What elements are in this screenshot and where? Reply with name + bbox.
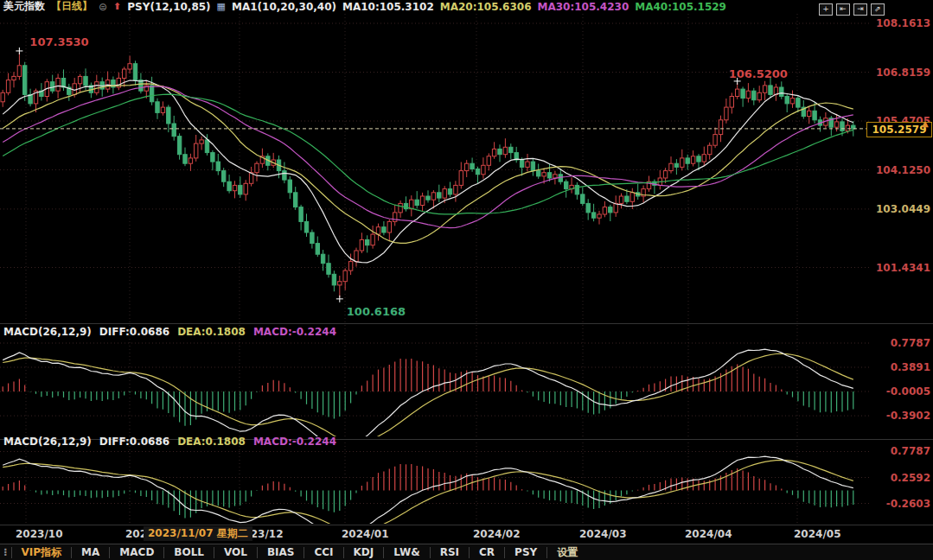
shrink-right-icon[interactable]: ⇥ (853, 3, 867, 16)
menu-circle-icon[interactable]: ⊜ (99, 1, 107, 13)
macd-axis-label: -0.3902 (886, 410, 930, 422)
toolbar-item-lw[interactable]: LW& (384, 547, 430, 558)
macd1-bar-value: MACD:-0.2244 (253, 326, 336, 338)
panel-separator (0, 525, 933, 525)
toolbar-item-kdj[interactable]: KDJ (344, 547, 385, 558)
toolbar-item-bias[interactable]: BIAS (258, 547, 305, 558)
period-low-label: 100.6168 (347, 305, 406, 318)
macd-axis-label: 0.7787 (891, 445, 930, 457)
toolbar-item-cr[interactable]: CR (470, 547, 505, 558)
period-label[interactable]: 【日线】 (51, 0, 93, 14)
x-axis-month-label: 2024/02 (473, 528, 520, 540)
toolbar-item-macd[interactable]: MACD (110, 547, 164, 558)
macd-axis-label: 0.2592 (891, 472, 930, 484)
psy-params-label[interactable]: PSY(12,10,85) (127, 1, 210, 13)
x-axis-month-label: 2024/05 (794, 528, 840, 540)
toolbar-item-vip[interactable]: VIP指标 (12, 547, 73, 558)
y-axis-label: 106.8159 (876, 67, 930, 79)
x-axis-month-label: 2024/01 (342, 528, 388, 540)
y-axis-label: 104.1250 (876, 164, 930, 176)
macd-axis-label: 0.3891 (891, 361, 930, 373)
y-axis-label: 101.4341 (876, 262, 930, 274)
macd2-bar-value: MACD:-0.2244 (253, 436, 336, 448)
chart-window: 美元指数 【日线】 ⊜ ⬆ PSY(12,10,85) ▦ MA1(10,20,… (0, 0, 933, 560)
macd-axis-label: 0.7787 (891, 337, 930, 349)
macd-axis-label: -0.0005 (886, 385, 930, 398)
panel-separator (0, 323, 933, 324)
ma30-value: MA30:105.4230 (538, 1, 629, 13)
period-high-label: 107.3530 (29, 35, 88, 48)
chart-header: 美元指数 【日线】 ⊜ ⬆ PSY(12,10,85) ▦ MA1(10,20,… (3, 0, 726, 13)
toolbar-item-cci[interactable]: CCI (304, 547, 343, 558)
toolbar-item-vol[interactable]: VOL (214, 547, 258, 558)
toolbar-item-psy[interactable]: PSY (505, 547, 547, 558)
macd2-title[interactable]: MACD(26,12,9) (3, 436, 92, 448)
macd2-dea-value: DEA:0.1808 (177, 436, 246, 448)
pop-out-icon[interactable]: ⇗ (871, 3, 885, 16)
toolbar-item-rsi[interactable]: RSI (431, 547, 470, 558)
x-axis-month-label: 2023/10 (16, 528, 62, 540)
symbol-name[interactable]: 美元指数 (3, 0, 45, 14)
macd1-title[interactable]: MACD(26,12,9) (3, 326, 92, 338)
macd1-dea-value: DEA:0.1808 (177, 326, 246, 338)
crosshair-date-label: 2023/11/07 星期二 (144, 526, 252, 541)
indicator-chart-icon[interactable]: ▦ (217, 1, 226, 12)
macd1-diff-value: DIFF:0.0686 (99, 326, 169, 338)
indicator-toolbar: ⁝VIP指标MAMACDBOLLVOLBIASCCIKDJLW&RSICRPSY… (0, 544, 933, 560)
toolbar-item-boll[interactable]: BOLL (164, 547, 214, 558)
ma20-value: MA20:105.6306 (440, 1, 532, 13)
pan-icon[interactable]: + (819, 3, 833, 16)
y-axis-label: 103.0449 (876, 203, 930, 215)
shrink-left-icon[interactable]: ⇤ (836, 3, 850, 16)
toolbar-item-[interactable]: 设置 (547, 547, 587, 558)
window-tool-icons: + ⇤ ⇥ ⇗ (819, 3, 885, 16)
macd-axis-label: -0.2603 (886, 498, 930, 510)
ma10-value: MA10:105.3102 (342, 1, 434, 13)
macd-panel-2-header: MACD(26,12,9) DIFF:0.0686 DEA:0.1808 MAC… (3, 436, 336, 448)
ma-group-label[interactable]: MA1(10,20,30,40) (232, 1, 336, 13)
x-axis-month-label: 2024/04 (685, 528, 732, 540)
april-high-label: 106.5200 (729, 67, 788, 80)
toolbar-item-ma[interactable]: MA (72, 547, 110, 558)
x-axis-month-label: 2024/03 (579, 528, 626, 540)
macd2-diff-value: DIFF:0.0686 (99, 436, 169, 448)
macd-panel-1-header: MACD(26,12,9) DIFF:0.0686 DEA:0.1808 MAC… (3, 326, 336, 338)
candlestick-chart-canvas[interactable] (0, 0, 933, 560)
toolbar-overflow-icon[interactable]: ⁝ (0, 547, 12, 558)
up-arrow-icon: ⬆ (113, 1, 121, 12)
ma40-value: MA40:105.1529 (635, 1, 726, 13)
price-alert-arrow-icon: ▲ (922, 118, 929, 128)
y-axis-label: 108.1613 (876, 17, 930, 29)
